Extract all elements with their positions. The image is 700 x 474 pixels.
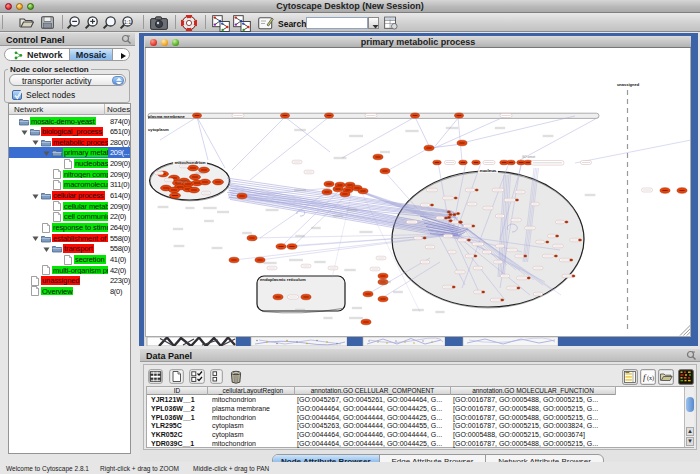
svg-text:GO annot: GO annot bbox=[522, 155, 535, 159]
svg-text:nucleus: nucleus bbox=[480, 168, 497, 173]
svg-text:cytoplasm: cytoplasm bbox=[148, 127, 169, 132]
svg-text:unassigned: unassigned bbox=[617, 82, 640, 87]
svg-text:endoplasmic reticulum: endoplasmic reticulum bbox=[260, 277, 306, 282]
svg-text:mitochondrion: mitochondrion bbox=[175, 160, 206, 165]
svg-text:1:1: 1:1 bbox=[124, 19, 132, 25]
svg-text:(x): (x) bbox=[647, 375, 654, 382]
svg-text:plasma membrane: plasma membrane bbox=[148, 114, 185, 119]
